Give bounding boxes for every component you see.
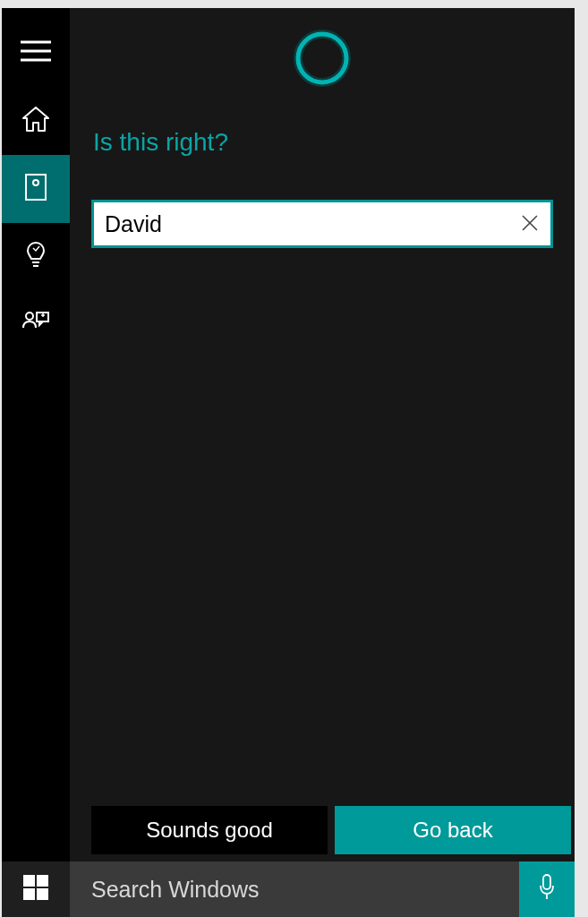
- svg-rect-17: [23, 888, 35, 900]
- windows-icon: [23, 875, 48, 904]
- name-input-wrapper: [91, 200, 553, 248]
- clear-input-button[interactable]: [509, 202, 550, 245]
- svg-rect-18: [37, 888, 48, 900]
- svg-rect-3: [26, 175, 46, 200]
- search-placeholder: Search Windows: [91, 877, 260, 903]
- home-icon: [21, 106, 50, 136]
- go-back-button[interactable]: Go back: [335, 806, 571, 854]
- sidebar-item-feedback[interactable]: [2, 291, 70, 359]
- name-input[interactable]: [94, 202, 509, 245]
- svg-rect-19: [543, 875, 550, 889]
- microphone-button[interactable]: [519, 861, 575, 917]
- microphone-icon: [538, 873, 556, 905]
- svg-point-7: [26, 313, 33, 320]
- action-button-row: Sounds good Go back: [91, 806, 571, 861]
- main-area: Is this right? Sounds good Go back: [2, 8, 575, 861]
- cortana-window: Is this right? Sounds good Go back: [2, 8, 575, 917]
- sidebar-item-tips[interactable]: [2, 223, 70, 291]
- sidebar-item-home[interactable]: [2, 87, 70, 155]
- sidebar-item-menu[interactable]: [2, 19, 70, 87]
- svg-point-12: [298, 34, 346, 82]
- svg-rect-16: [37, 875, 48, 887]
- content-area: Is this right? Sounds good Go back: [70, 8, 575, 861]
- feedback-icon: [21, 310, 50, 340]
- hamburger-icon: [21, 40, 51, 65]
- taskbar: Search Windows: [2, 861, 575, 917]
- svg-point-4: [33, 180, 38, 185]
- close-icon: [522, 215, 538, 234]
- cortana-logo-icon: [70, 8, 575, 87]
- lightbulb-icon: [23, 241, 48, 273]
- prompt-title: Is this right?: [93, 128, 575, 157]
- sidebar-item-notebook[interactable]: [2, 155, 70, 223]
- search-box[interactable]: Search Windows: [70, 861, 519, 917]
- sounds-good-button[interactable]: Sounds good: [91, 806, 328, 854]
- notebook-icon: [24, 173, 47, 205]
- sidebar: [2, 8, 70, 861]
- start-button[interactable]: [2, 861, 70, 917]
- svg-rect-15: [23, 875, 35, 887]
